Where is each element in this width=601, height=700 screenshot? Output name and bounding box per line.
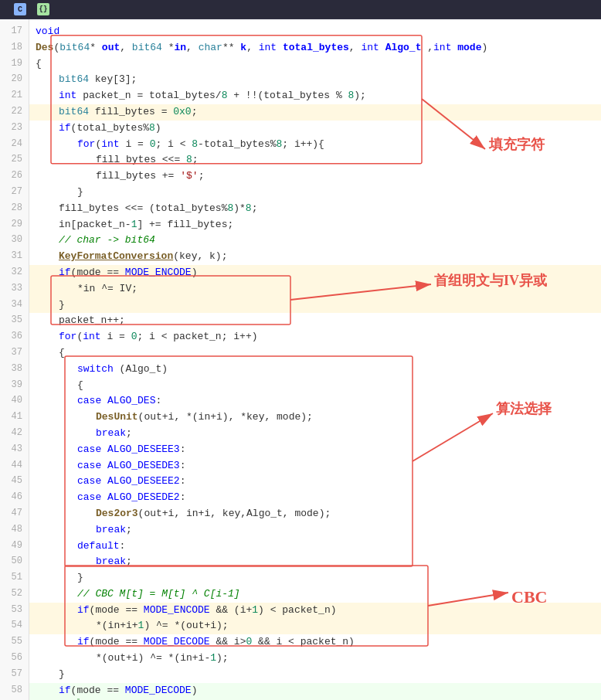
ln-46: 46	[5, 490, 22, 506]
ln-26: 26	[5, 168, 22, 185]
ln-27: 27	[5, 185, 22, 201]
code-line-34: }	[29, 297, 601, 314]
algo-label: 算法选择	[496, 398, 552, 420]
code-line-22: bit64 fill_bytes = 0x0;	[29, 104, 601, 121]
ln-49: 49	[5, 539, 22, 555]
code-line-17: void	[29, 24, 601, 40]
code-line-42: break;	[29, 426, 601, 442]
code-line-39: {	[29, 378, 601, 394]
iv-label: 首组明文与IV异或	[434, 270, 547, 292]
cbc-label: CBC	[511, 583, 547, 610]
ln-35: 35	[5, 313, 22, 329]
code-line-20: bit64 key[3];	[29, 72, 601, 88]
ln-39: 39	[5, 378, 22, 394]
ln-30: 30	[5, 233, 22, 249]
ln-20: 20	[5, 72, 22, 88]
fn-icon: {}	[37, 3, 49, 15]
code-line-35: packet_n++;	[29, 313, 601, 329]
code-line-37: {	[29, 345, 601, 362]
ln-23: 23	[5, 121, 22, 137]
code-line-19: {	[29, 56, 601, 73]
code-line-58: if(mode == MODE_DECODE)	[29, 683, 601, 699]
code-line-50: break;	[29, 554, 601, 570]
code-line-56: *(out+i) ^= *(in+i-1);	[29, 651, 601, 667]
ln-48: 48	[5, 522, 22, 539]
ln-19: 19	[5, 56, 22, 73]
ln-37: 37	[5, 345, 22, 362]
ln-24: 24	[5, 137, 22, 153]
code-line-48: break;	[29, 522, 601, 539]
ln-55: 55	[5, 634, 22, 651]
ln-45: 45	[5, 474, 22, 490]
ln-22: 22	[5, 104, 22, 121]
code-line-45: case ALGO_DESEEE2:	[29, 474, 601, 490]
line-numbers: 17 18 19 20 21 22 23 24 25 26 27 28 29 3…	[0, 19, 29, 700]
ln-33: 33	[5, 281, 22, 297]
ln-58: 58	[5, 683, 22, 699]
ln-54: 54	[5, 618, 22, 634]
ln-47: 47	[5, 506, 22, 522]
ln-17: 17	[5, 24, 22, 40]
code-line-57: }	[29, 667, 601, 683]
ln-36: 36	[5, 329, 22, 345]
ln-28: 28	[5, 201, 22, 217]
code-line-46: case ALGO_DESEDE2:	[29, 490, 601, 506]
code-line-26: fill_bytes += '$';	[29, 168, 601, 185]
ln-42: 42	[5, 426, 22, 442]
ln-53: 53	[5, 603, 22, 619]
code-line-18: Des(bit64* out, bit64 *in, char** k, int…	[29, 40, 601, 56]
code-line-47: Des2or3(out+i, in+i, key,Algo_t, mode);	[29, 506, 601, 522]
ln-34: 34	[5, 297, 22, 314]
ln-50: 50	[5, 554, 22, 570]
code-line-31: KeyFormatConversion(key, k);	[29, 249, 601, 265]
code-line-49: default:	[29, 539, 601, 555]
ln-21: 21	[5, 88, 22, 104]
code-area: 17 18 19 20 21 22 23 24 25 26 27 28 29 3…	[0, 19, 601, 700]
ln-56: 56	[5, 651, 22, 667]
ln-43: 43	[5, 442, 22, 458]
ln-41: 41	[5, 409, 22, 426]
ln-29: 29	[5, 217, 22, 233]
code-line-30: // char -> bit64	[29, 233, 601, 249]
ln-44: 44	[5, 458, 22, 474]
ln-51: 51	[5, 570, 22, 586]
fill-label: 填充字符	[489, 134, 545, 156]
ln-52: 52	[5, 586, 22, 603]
code-line-36: for(int i = 0; i < packet_n; i++)	[29, 329, 601, 345]
c-file-icon: C	[14, 3, 26, 15]
breadcrumb-bar: C {}	[0, 0, 601, 19]
code-line-29: in[packet_n-1] += fill_bytes;	[29, 217, 601, 233]
code-line-27: }	[29, 185, 601, 201]
ln-32: 32	[5, 265, 22, 281]
ln-57: 57	[5, 667, 22, 683]
ln-31: 31	[5, 249, 22, 265]
ln-25: 25	[5, 152, 22, 168]
code-content: void Des(bit64* out, bit64 *in, char** k…	[29, 19, 601, 700]
ln-40: 40	[5, 393, 22, 409]
code-line-28: fill_bytes <<= (total_bytes%8)*8;	[29, 201, 601, 217]
code-line-21: int packet_n = total_bytes/8 + !!(total_…	[29, 88, 601, 104]
code-line-55: if(mode == MODE_DECODE && i>0 && i < pac…	[29, 634, 601, 651]
ln-18: 18	[5, 40, 22, 56]
code-line-38: switch (Algo_t)	[29, 362, 601, 378]
code-line-44: case ALGO_DESEDE3:	[29, 458, 601, 474]
ln-38: 38	[5, 362, 22, 378]
code-line-54: *(in+i+1) ^= *(out+i);	[29, 618, 601, 634]
code-line-43: case ALGO_DESEEE3:	[29, 442, 601, 458]
